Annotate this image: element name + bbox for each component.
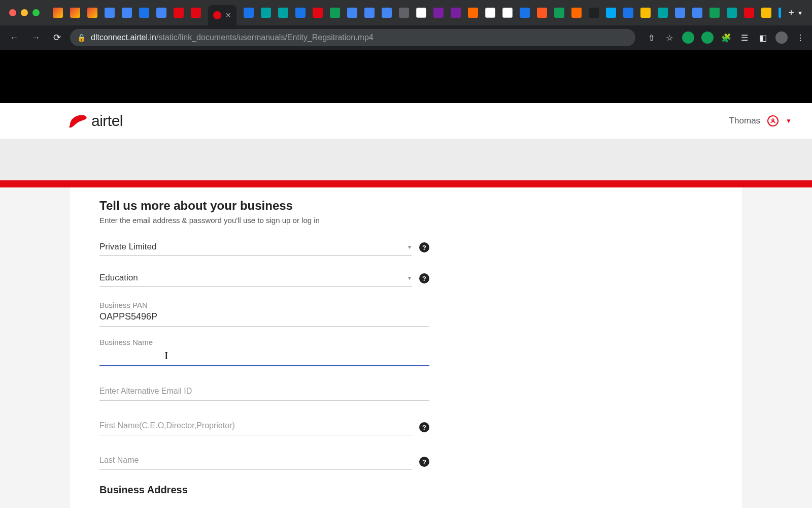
company-type-value: Private Limited bbox=[99, 242, 156, 252]
sidepanel-icon[interactable]: ◧ bbox=[757, 32, 768, 43]
background-tab[interactable] bbox=[261, 8, 271, 18]
background-tab[interactable] bbox=[485, 8, 495, 18]
background-tab[interactable] bbox=[364, 8, 375, 18]
active-tab[interactable]: ✕ bbox=[208, 5, 236, 25]
background-tab[interactable] bbox=[502, 8, 513, 18]
profile-avatar[interactable] bbox=[775, 31, 788, 44]
accent-bar bbox=[0, 180, 812, 187]
background-tab[interactable] bbox=[174, 8, 184, 18]
background-tab[interactable] bbox=[382, 8, 392, 18]
altemail-input[interactable] bbox=[99, 384, 429, 401]
background-tab[interactable] bbox=[156, 8, 166, 18]
reload-button[interactable]: ⟳ bbox=[49, 29, 65, 46]
background-tab[interactable] bbox=[709, 8, 720, 18]
background-tab[interactable] bbox=[347, 8, 357, 18]
background-tab[interactable] bbox=[433, 8, 444, 18]
background-tab[interactable] bbox=[589, 8, 599, 18]
bookmark-star-icon[interactable]: ☆ bbox=[664, 32, 675, 43]
background-tab[interactable] bbox=[451, 8, 461, 18]
window-controls bbox=[9, 9, 40, 16]
industry-value: Education bbox=[99, 273, 138, 283]
brand-logo[interactable]: airtel bbox=[66, 110, 123, 132]
help-icon[interactable]: ? bbox=[419, 273, 429, 283]
background-tab[interactable] bbox=[727, 8, 737, 18]
tabs-overflow-button[interactable]: ▾ bbox=[798, 9, 802, 17]
extension-grammarly-icon[interactable] bbox=[682, 31, 694, 44]
letterbox-top bbox=[0, 50, 812, 103]
background-tab[interactable] bbox=[640, 8, 651, 18]
window-fullscreen-button[interactable] bbox=[32, 9, 40, 16]
window-minimize-button[interactable] bbox=[21, 9, 28, 16]
firstname-input[interactable] bbox=[99, 418, 412, 435]
window-close-button[interactable] bbox=[9, 9, 16, 16]
address-heading: Business Address bbox=[99, 484, 713, 496]
background-tab[interactable] bbox=[520, 8, 530, 18]
background-tab[interactable] bbox=[416, 8, 426, 18]
chevron-down-icon: ▼ bbox=[407, 244, 412, 250]
url-host: dltconnect.airtel.in bbox=[91, 33, 156, 42]
extension-icon[interactable] bbox=[701, 31, 714, 44]
background-tab[interactable] bbox=[675, 8, 685, 18]
page-frame: ▼ airtel Thomas ▼ bbox=[0, 103, 812, 508]
video-viewport: ▼ airtel Thomas ▼ bbox=[0, 50, 812, 508]
background-tab[interactable] bbox=[87, 8, 97, 18]
lastname-input[interactable] bbox=[99, 453, 412, 470]
background-tab[interactable] bbox=[744, 8, 754, 18]
url-field[interactable]: 🔒 dltconnect.airtel.in/static/link_docum… bbox=[70, 29, 635, 46]
industry-select[interactable]: Education ▼ bbox=[99, 270, 412, 287]
background-tab[interactable] bbox=[191, 8, 201, 18]
background-tab[interactable] bbox=[554, 8, 564, 18]
text-cursor-icon: I bbox=[164, 349, 168, 362]
background-tab[interactable] bbox=[537, 8, 547, 18]
url-path: /static/link_documents/usermanuals/Entit… bbox=[156, 33, 374, 42]
background-tab[interactable] bbox=[692, 8, 702, 18]
reading-list-icon[interactable]: ☰ bbox=[739, 32, 750, 43]
kebab-menu-icon[interactable]: ⋮ bbox=[795, 32, 806, 43]
address-bar: ← → ⟳ 🔒 dltconnect.airtel.in/static/link… bbox=[0, 25, 812, 50]
share-icon[interactable]: ⇧ bbox=[646, 32, 657, 43]
background-tab[interactable] bbox=[779, 8, 781, 18]
banner-spacer bbox=[0, 139, 812, 180]
background-tab[interactable] bbox=[313, 8, 323, 18]
tab-close-icon[interactable]: ✕ bbox=[225, 11, 231, 19]
browser-chrome: ✕ + ▾ ← → ⟳ 🔒 dltconnect.airtel.in/stati… bbox=[0, 0, 812, 50]
background-tab[interactable] bbox=[278, 8, 288, 18]
help-icon[interactable]: ? bbox=[419, 422, 429, 432]
form-subtitle: Enter the email address & password you'l… bbox=[99, 216, 713, 225]
back-button[interactable]: ← bbox=[6, 29, 22, 46]
background-tab[interactable] bbox=[571, 8, 582, 18]
background-tab[interactable] bbox=[658, 8, 668, 18]
background-tab[interactable] bbox=[468, 8, 478, 18]
user-avatar-icon[interactable] bbox=[767, 115, 779, 126]
background-tab[interactable] bbox=[295, 8, 306, 18]
new-tab-button[interactable]: + bbox=[788, 7, 794, 19]
help-icon[interactable]: ? bbox=[419, 242, 429, 252]
forward-button[interactable]: → bbox=[27, 29, 44, 46]
svg-point-0 bbox=[772, 119, 774, 121]
bizname-input[interactable] bbox=[99, 348, 429, 366]
background-tab[interactable] bbox=[139, 8, 149, 18]
background-tab[interactable] bbox=[53, 8, 63, 18]
extensions-puzzle-icon[interactable]: 🧩 bbox=[721, 32, 732, 43]
background-tab[interactable] bbox=[70, 8, 80, 18]
tab-strip: ✕ + ▾ bbox=[0, 0, 812, 25]
help-icon[interactable]: ? bbox=[419, 457, 429, 467]
company-type-select[interactable]: Private Limited ▼ bbox=[99, 239, 412, 256]
tab-favicon-icon bbox=[213, 11, 221, 19]
background-tab[interactable] bbox=[399, 8, 409, 18]
background-tab[interactable] bbox=[623, 8, 633, 18]
background-tab[interactable] bbox=[606, 8, 616, 18]
brand-logo-text: airtel bbox=[91, 112, 123, 130]
background-tab[interactable] bbox=[105, 8, 115, 18]
lock-icon: 🔒 bbox=[77, 34, 86, 42]
user-menu-caret-icon[interactable]: ▼ bbox=[786, 117, 792, 124]
business-form-card: Tell us more about your business Enter t… bbox=[70, 187, 742, 508]
background-tab[interactable] bbox=[122, 8, 132, 18]
background-tab[interactable] bbox=[761, 8, 771, 18]
pan-value: OAPPS5496P bbox=[99, 311, 429, 327]
form-title: Tell us more about your business bbox=[99, 199, 713, 213]
background-tab[interactable] bbox=[244, 8, 254, 18]
app-topbar: airtel Thomas ▼ bbox=[0, 103, 812, 139]
background-tab[interactable] bbox=[330, 8, 340, 18]
chevron-down-icon: ▼ bbox=[407, 275, 412, 281]
